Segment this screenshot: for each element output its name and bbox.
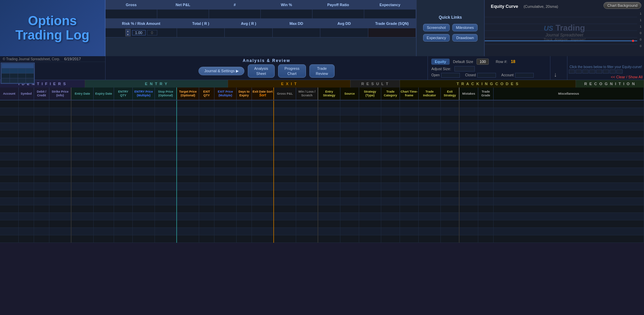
cell-trade-ind[interactable] (419, 100, 441, 108)
risk-value-row: ▲ ▼ (106, 28, 416, 37)
table-row (0, 168, 644, 175)
filter-boxes-container (569, 69, 643, 74)
table-row (0, 108, 644, 115)
equity-panel: Equity Curve (Cumulative, 20sma) Chart B… (484, 0, 644, 56)
clear-show-all[interactable]: << Clear / Show All (569, 75, 643, 79)
cell-source[interactable] (340, 100, 359, 108)
stat-netpnl-value (157, 10, 209, 18)
col-trade-indicator: Trade Indicator (419, 88, 441, 100)
stat-netpnl-header: Net P&L (157, 0, 209, 9)
filter-box-2[interactable] (576, 69, 582, 74)
cell-stop-price[interactable] (155, 100, 177, 108)
logo-area: Options Trading Log (0, 0, 106, 56)
filter-box-3[interactable] (582, 69, 589, 74)
filter-box-4[interactable] (589, 69, 595, 74)
cell-misc[interactable] (494, 100, 644, 108)
filter-box-5[interactable] (596, 69, 602, 74)
col-exit-qty: EXIT QTY (199, 88, 214, 100)
account-label: Account (501, 73, 514, 77)
trade-grade-header: Trade Grade (SQN) (368, 19, 416, 28)
cell-gross[interactable] (274, 100, 296, 108)
filter-box-6[interactable] (603, 69, 609, 74)
progress-chart-button[interactable]: Progress Chart (278, 64, 306, 78)
journal-settings-button[interactable]: Journal & Settings ▶ (198, 67, 244, 75)
col-account: Account (0, 88, 19, 100)
default-size-value: 100 (477, 59, 489, 65)
section-entry-label: E N T R Y (85, 80, 228, 88)
risk-amount-input[interactable] (147, 30, 157, 35)
table-row (0, 198, 644, 205)
trade-review-button[interactable]: Trade Review (309, 64, 335, 78)
cell-winloss[interactable] (296, 100, 318, 108)
avg-dd-value (320, 28, 368, 37)
col-strategy-type: Strategy (Type) (359, 88, 381, 100)
risk-spinner[interactable]: ▲ ▼ (125, 29, 131, 36)
cell-exit-price[interactable] (214, 100, 237, 108)
subheader-row: © Trading Journal Spreadsheet, Corp. 6/1… (0, 56, 644, 80)
cell-expiry[interactable] (94, 100, 114, 108)
table-row (0, 138, 644, 145)
cell-trade-cat[interactable] (381, 100, 400, 108)
cell-exit-qty[interactable] (199, 100, 214, 108)
cell-debit[interactable] (34, 100, 49, 108)
milestones-button[interactable]: Milestones (452, 24, 478, 31)
account-row: Account (501, 73, 534, 78)
section-tracking-label: T R A C K I N G C O D E S (400, 80, 576, 88)
filter-box-8[interactable] (616, 69, 623, 74)
app-title: Options Trading Log (15, 14, 89, 43)
analysis-sheet-button[interactable]: Analysis Sheet (248, 64, 275, 78)
stat-expectancy-header: Expectancy (364, 0, 416, 9)
quick-links-panel: Quick Links Screenshot Milestones Expect… (416, 0, 484, 56)
filter-box-7[interactable] (610, 69, 616, 74)
cell-symbol[interactable] (19, 100, 34, 108)
col-debit: Debit / Credit (34, 88, 49, 100)
risk-controls: ▲ ▼ (106, 28, 177, 37)
default-size-label: Default Size (453, 60, 473, 64)
cell-entry-qty[interactable] (114, 100, 133, 108)
cell-account[interactable] (0, 100, 19, 108)
col-stop-price: Stop Price (Optional) (155, 88, 177, 100)
drawdown-button[interactable]: Drawdown (452, 34, 478, 42)
expectancy-button[interactable]: Expectancy (423, 34, 450, 42)
cell-mistakes[interactable] (460, 100, 478, 108)
closed-value (477, 73, 496, 78)
cell-exit-date[interactable] (252, 100, 274, 108)
spin-up[interactable]: ▲ (126, 29, 130, 33)
cell-strat-type[interactable] (359, 100, 381, 108)
adjust-size-input[interactable] (454, 66, 475, 72)
cell-target[interactable] (177, 100, 199, 108)
total-r-value (177, 28, 225, 37)
open-value (441, 73, 460, 78)
open-row: Open (431, 73, 460, 78)
stat-win-value (261, 10, 312, 18)
cell-trade-grade[interactable] (478, 100, 494, 108)
cell-entry-date[interactable] (71, 100, 94, 108)
cell-chart-tf[interactable] (400, 100, 419, 108)
equity-curve-svg (485, 10, 637, 51)
stat-num-header: # (209, 0, 261, 9)
col-entry-date: Entry Date (71, 88, 94, 100)
down-arrow-icon: ↓ (554, 71, 557, 78)
risk-percent-input[interactable] (132, 30, 146, 35)
cell-entry-strat[interactable] (318, 100, 340, 108)
trade-grade-value (368, 28, 416, 37)
cell-strike[interactable] (49, 100, 71, 108)
cell-days[interactable] (237, 100, 252, 108)
col-miscellaneous: Miscellaneous (494, 88, 644, 100)
filter-box-1[interactable] (569, 69, 575, 74)
spin-down[interactable]: ▼ (126, 33, 130, 36)
row-number: 18 (511, 59, 515, 64)
chart-background-button[interactable]: Chart Background (603, 2, 641, 9)
cell-entry-price[interactable] (133, 100, 155, 108)
screenshot-button[interactable]: Screenshot (423, 24, 450, 31)
col-mistakes: Mistakes (460, 88, 478, 100)
nav-buttons-row: Journal & Settings ▶ Analysis Sheet Prog… (198, 64, 334, 78)
table-row (0, 213, 644, 220)
table-row (0, 175, 644, 183)
sort-button[interactable]: Sort (259, 93, 266, 97)
date-display: 6/19/2017 (64, 57, 81, 61)
copyright-row: © Trading Journal Spreadsheet, Corp. 6/1… (0, 56, 105, 62)
data-grid (0, 100, 644, 315)
cell-exit-strat[interactable] (441, 100, 460, 108)
quick-links-title: Quick Links (439, 15, 462, 20)
